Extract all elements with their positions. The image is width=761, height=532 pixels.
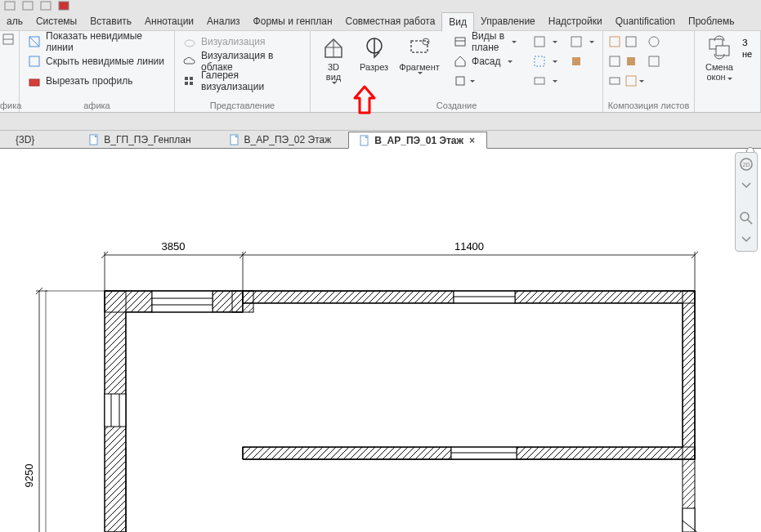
menu-annotations[interactable]: Аннотации bbox=[138, 11, 200, 31]
svg-rect-64 bbox=[517, 447, 695, 459]
menu-insert[interactable]: Вставить bbox=[83, 11, 138, 31]
svg-rect-27 bbox=[610, 56, 620, 66]
title-icon[interactable] bbox=[624, 33, 638, 51]
panel-title: фика bbox=[0, 101, 19, 110]
quick-access-toolbar bbox=[0, 0, 761, 11]
svg-rect-21 bbox=[535, 37, 544, 47]
menubar: аль Системы Вставить Аннотации Анализ Фо… bbox=[0, 11, 761, 31]
tab-label: {3D} bbox=[16, 134, 34, 145]
sm-btn-1[interactable] bbox=[530, 33, 598, 51]
3d-view-button[interactable]: 3D вид bbox=[316, 33, 351, 84]
tab-floor1[interactable]: В_АР_ПЭ_01 Этаж × bbox=[348, 132, 487, 149]
qat-icon[interactable] bbox=[39, 0, 52, 11]
elevation-button[interactable]: Фасад bbox=[450, 52, 520, 70]
svg-rect-9 bbox=[29, 79, 39, 86]
svg-rect-29 bbox=[626, 37, 636, 47]
tab-3d[interactable]: {3D} bbox=[5, 131, 45, 148]
sheet3-icon[interactable] bbox=[608, 72, 621, 90]
rev2-icon[interactable] bbox=[647, 52, 660, 70]
label: Виды в плане bbox=[472, 30, 505, 53]
label: Фасад bbox=[472, 56, 500, 67]
cloud-icon bbox=[183, 55, 196, 68]
sheet2-icon[interactable] bbox=[608, 52, 621, 70]
menu-issues[interactable]: Проблемь bbox=[682, 11, 741, 31]
title2-icon[interactable] bbox=[624, 52, 638, 70]
menu-view[interactable]: Вид bbox=[441, 12, 474, 32]
hide-hidden-lines-button[interactable]: Скрыть невидимые линии bbox=[25, 52, 169, 70]
qat-icon[interactable] bbox=[3, 0, 16, 11]
menu-addins[interactable]: Надстройки bbox=[542, 11, 609, 31]
menu-massing[interactable]: Формы и генплан bbox=[247, 11, 339, 31]
tab-floor2[interactable]: В_АР_ПЭ_02 Этаж bbox=[218, 131, 342, 148]
tab-label: В_ГП_ПЭ_Генплан bbox=[104, 134, 190, 145]
menu-quantification[interactable]: Quantification bbox=[609, 11, 682, 31]
qat-icon[interactable] bbox=[57, 0, 70, 11]
svg-rect-23 bbox=[535, 56, 544, 66]
panel-title: Композиция листов bbox=[603, 101, 694, 110]
panel-title: Создание bbox=[311, 101, 602, 110]
cut-profile-button[interactable]: Вырезать профиль bbox=[25, 72, 169, 90]
label: Разрез bbox=[360, 62, 388, 72]
document-tabstrip: {3D} В_ГП_ПЭ_Генплан В_АР_ПЭ_02 Этаж В_А… bbox=[0, 131, 761, 149]
rev-icon[interactable] bbox=[647, 33, 660, 51]
dropdown-arrow-icon bbox=[508, 60, 513, 63]
lbl: не bbox=[742, 49, 752, 59]
dropdown-arrow-icon bbox=[589, 41, 594, 43]
gallery-icon bbox=[183, 74, 196, 87]
lines-off-icon bbox=[28, 55, 41, 68]
sm-btn-2[interactable] bbox=[530, 52, 598, 70]
label2: окон bbox=[706, 72, 725, 82]
menu-analyze[interactable]: Анализ bbox=[200, 11, 247, 31]
svg-rect-0 bbox=[5, 2, 15, 10]
svg-rect-25 bbox=[535, 78, 544, 84]
show-hidden-lines-button[interactable]: Показать невидимые линии bbox=[25, 33, 169, 51]
callout-button[interactable]: Фрагмент bbox=[396, 33, 442, 74]
views-icon bbox=[454, 74, 467, 87]
drawing-canvas[interactable]: 2D 3850 11400 9250 bbox=[0, 149, 761, 532]
tab-genplan[interactable]: В_ГП_ПЭ_Генплан bbox=[78, 131, 201, 148]
svg-rect-56 bbox=[243, 303, 683, 312]
more-views-button[interactable] bbox=[450, 72, 520, 90]
sheet-icon[interactable] bbox=[608, 33, 621, 51]
section-icon bbox=[361, 34, 387, 60]
title3-icon[interactable] bbox=[624, 74, 638, 87]
svg-rect-12 bbox=[190, 77, 193, 80]
svg-rect-22 bbox=[571, 37, 581, 47]
svg-rect-35 bbox=[716, 46, 729, 56]
render-button: Визуализация bbox=[180, 33, 305, 51]
tab-label: В_АР_ПЭ_01 Этаж bbox=[374, 135, 463, 146]
plan-views-button[interactable]: Виды в плане bbox=[450, 33, 520, 51]
render-gallery-button[interactable]: Галерея визуализации bbox=[180, 72, 305, 90]
render-cloud-button[interactable]: Визуализация в облаке bbox=[180, 52, 305, 70]
svg-rect-3 bbox=[59, 2, 69, 10]
menu-file[interactable]: аль bbox=[0, 11, 29, 31]
svg-rect-14 bbox=[190, 82, 193, 85]
svg-rect-65 bbox=[232, 291, 243, 312]
scope-icon bbox=[533, 55, 546, 68]
template-icon[interactable] bbox=[2, 33, 15, 46]
grid-icon bbox=[533, 35, 546, 48]
svg-rect-24 bbox=[572, 57, 580, 65]
svg-rect-31 bbox=[626, 76, 636, 86]
menu-manage[interactable]: Управление bbox=[474, 11, 542, 31]
dim-text: 3850 bbox=[162, 240, 186, 253]
menu-systems[interactable]: Системы bbox=[29, 11, 83, 31]
dropdown-arrow-icon bbox=[553, 80, 557, 83]
section-button[interactable]: Разрез bbox=[355, 33, 393, 72]
close-tab-icon[interactable]: × bbox=[468, 135, 477, 146]
menu-collaborate[interactable]: Совместная работа bbox=[339, 11, 442, 31]
sm-btn-3[interactable] bbox=[530, 72, 598, 90]
svg-rect-61 bbox=[515, 291, 695, 303]
lbl: З bbox=[742, 38, 752, 47]
svg-point-10 bbox=[185, 40, 195, 47]
svg-rect-18 bbox=[455, 38, 465, 46]
svg-rect-1 bbox=[23, 2, 33, 10]
svg-point-32 bbox=[649, 37, 659, 47]
svg-rect-13 bbox=[185, 82, 188, 85]
svg-rect-30 bbox=[627, 57, 635, 65]
dropdown-arrow-icon bbox=[418, 72, 423, 74]
sheet-icon bbox=[229, 134, 240, 145]
label: Фрагмент bbox=[399, 62, 439, 72]
qat-icon[interactable] bbox=[21, 0, 34, 11]
switch-windows-button[interactable]: Смена окон bbox=[700, 33, 739, 82]
